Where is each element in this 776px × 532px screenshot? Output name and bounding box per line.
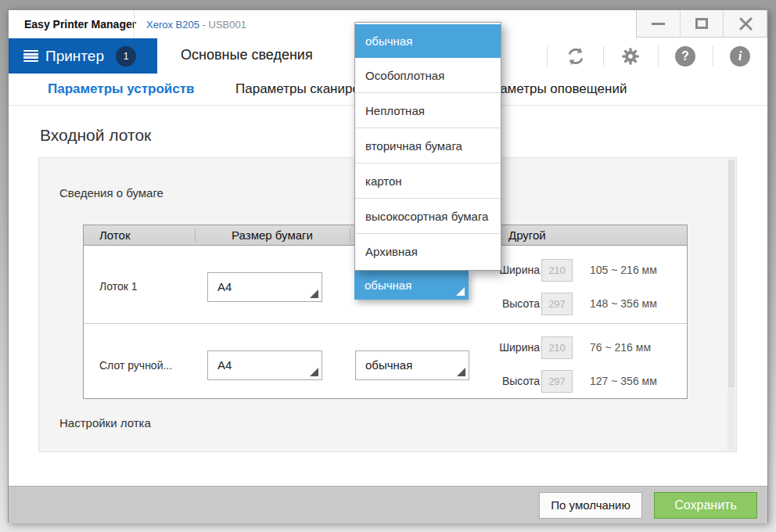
maximize-button[interactable] bbox=[680, 10, 724, 37]
maximize-icon bbox=[695, 18, 708, 29]
device-name: Xerox B205 bbox=[146, 19, 199, 31]
tray-settings-label: Настройки лотка bbox=[59, 416, 151, 430]
tray1-width-range: 105 ~ 216 мм bbox=[590, 259, 657, 282]
device-port: - USB001 bbox=[203, 19, 246, 31]
select-corner-icon bbox=[457, 368, 465, 376]
info-button[interactable]: i bbox=[727, 43, 753, 70]
tray1-paper-size-select[interactable]: A4 bbox=[207, 272, 322, 302]
manual-slot-paper-size-value: A4 bbox=[217, 358, 232, 372]
manual-slot-height-label: Высота bbox=[471, 375, 540, 387]
col-other: Другой bbox=[508, 228, 546, 242]
section-title: Основные сведения bbox=[181, 47, 313, 63]
settings-gear-icon bbox=[620, 46, 641, 66]
dropdown-item-cardstock[interactable]: картон bbox=[355, 164, 501, 199]
page-title: Входной лоток bbox=[40, 126, 151, 145]
titlebar-divider bbox=[134, 10, 135, 38]
minimize-button[interactable] bbox=[637, 10, 680, 37]
manual-slot-width-range: 76 ~ 216 мм bbox=[590, 336, 651, 359]
tray1-paper-size-value: A4 bbox=[217, 280, 232, 293]
paper-info-label: Сведения о бумаге bbox=[59, 186, 163, 200]
window-controls bbox=[636, 10, 767, 38]
icon-divider bbox=[547, 46, 548, 66]
dropdown-item-thin[interactable]: Неплотная bbox=[355, 93, 501, 128]
col-tray: Лоток bbox=[99, 228, 130, 242]
tray1-width-input: 210 bbox=[541, 259, 573, 282]
manual-slot-paper-size-select[interactable]: A4 bbox=[207, 350, 322, 380]
tray1-label: Лоток 1 bbox=[99, 280, 138, 293]
printer-count-badge: 1 bbox=[116, 46, 136, 66]
tray1-paper-type-value: обычная bbox=[365, 279, 411, 292]
close-icon bbox=[738, 16, 753, 31]
dropdown-item-recycled[interactable]: вторичная бумага bbox=[355, 128, 501, 164]
save-button[interactable]: Сохранить bbox=[654, 492, 757, 519]
row-divider bbox=[84, 323, 687, 324]
manual-slot-label: Слот ручной... bbox=[99, 359, 172, 372]
manual-slot-paper-type-select[interactable]: обычная bbox=[355, 350, 469, 380]
panel-scrollbar-track bbox=[728, 159, 735, 451]
info-icon: i bbox=[730, 46, 750, 66]
tray1-height-label: Высота bbox=[471, 297, 540, 310]
device-line: Xerox B205 - USB001 bbox=[146, 19, 246, 31]
tray1-height-range: 148 ~ 356 мм bbox=[590, 293, 657, 315]
dropdown-item-plain[interactable]: обычная bbox=[355, 24, 501, 58]
manual-slot-paper-type-value: обычная bbox=[365, 358, 412, 372]
dropdown-item-bond[interactable]: высокосортная бумага bbox=[355, 199, 501, 234]
select-corner-icon bbox=[310, 289, 318, 298]
tray1-height-input: 297 bbox=[541, 293, 573, 315]
list-menu-icon bbox=[23, 50, 38, 62]
footer-bar: По умолчанию Сохранить bbox=[9, 486, 767, 523]
dropdown-item-archive[interactable]: Архивная bbox=[355, 234, 501, 269]
manual-slot-width-input: 210 bbox=[541, 336, 573, 359]
icon-divider bbox=[713, 46, 713, 66]
minimize-icon bbox=[652, 23, 665, 25]
close-button[interactable] bbox=[723, 10, 767, 37]
refresh-icon bbox=[566, 46, 586, 66]
manual-slot-height-input: 297 bbox=[541, 370, 573, 393]
panel-scrollbar-thumb[interactable] bbox=[728, 160, 735, 387]
manual-slot-height-range: 127 ~ 356 мм bbox=[590, 370, 657, 393]
select-corner-icon bbox=[310, 368, 318, 376]
nav-label: Принтер bbox=[45, 48, 104, 65]
printer-nav-button[interactable]: Принтер 1 bbox=[9, 38, 157, 74]
tab-device-settings[interactable]: Параметры устройств bbox=[48, 81, 195, 97]
help-icon: ? bbox=[675, 46, 695, 66]
default-button[interactable]: По умолчанию bbox=[539, 492, 642, 519]
manual-slot-width-label: Ширина bbox=[471, 341, 540, 354]
tray1-paper-type-select-open[interactable]: обычная bbox=[354, 271, 469, 300]
settings-button[interactable] bbox=[617, 43, 644, 70]
icon-divider bbox=[603, 46, 604, 66]
col-paper-size: Размер бумаги bbox=[195, 228, 350, 242]
paper-type-dropdown: обычная Особоплотная Неплотная вторичная… bbox=[354, 22, 501, 271]
icon-divider bbox=[658, 46, 659, 66]
select-corner-icon bbox=[456, 287, 465, 296]
dropdown-item-extra-heavy[interactable]: Особоплотная bbox=[355, 58, 501, 93]
app-title: Easy Printer Manager bbox=[24, 18, 136, 31]
refresh-button[interactable] bbox=[562, 43, 589, 70]
help-button[interactable]: ? bbox=[672, 43, 699, 70]
app-window: Easy Printer Manager Xerox B205 - USB001… bbox=[8, 9, 768, 523]
